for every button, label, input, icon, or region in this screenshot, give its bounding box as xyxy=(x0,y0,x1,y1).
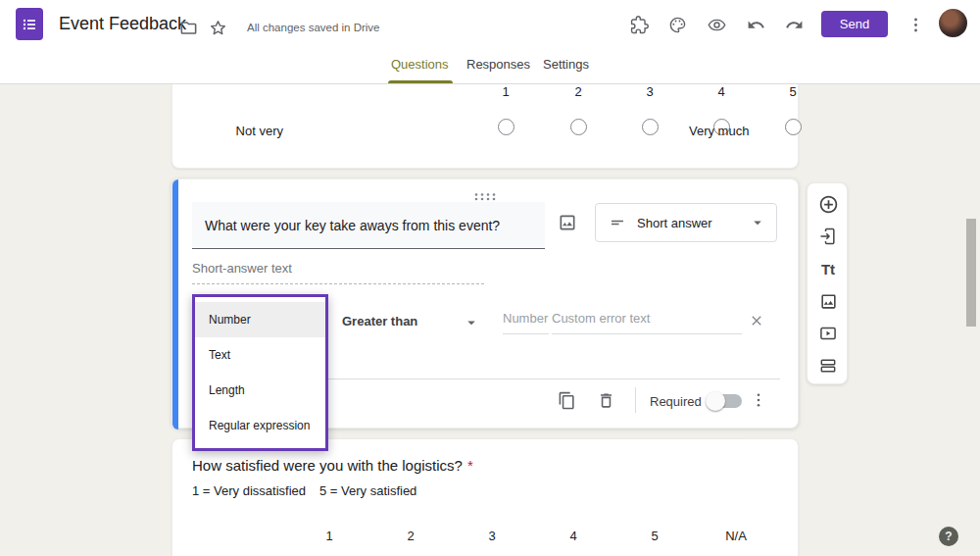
theme-button[interactable] xyxy=(665,13,689,36)
short-answer-icon xyxy=(609,214,626,231)
scale-radio-5[interactable] xyxy=(785,119,802,135)
chevron-down-icon xyxy=(749,214,766,231)
custom-error-input[interactable]: Custom error text xyxy=(552,311,742,334)
google-forms-editor: Event Feedback All changes saved in Driv… xyxy=(0,0,980,556)
image-icon xyxy=(819,292,838,311)
required-asterisk: * xyxy=(467,457,473,474)
grid-column-header: 4 xyxy=(557,529,590,543)
send-button[interactable]: Send xyxy=(821,11,888,37)
footer-divider-vertical xyxy=(635,387,636,413)
question-description: 1 = Very dissatisfied5 = Very satisfied xyxy=(192,483,416,498)
undo-icon xyxy=(747,16,765,34)
toolbar-add-image-button[interactable] xyxy=(816,289,840,313)
active-card-indicator xyxy=(172,179,178,430)
scale-number: 2 xyxy=(566,84,590,99)
scale-radio-2[interactable] xyxy=(570,119,587,135)
addons-button[interactable] xyxy=(627,13,651,36)
close-icon xyxy=(749,313,764,329)
menu-item-number[interactable]: Number xyxy=(195,302,325,337)
add-section-button[interactable] xyxy=(816,354,840,378)
scale-low-label: Not very xyxy=(224,124,283,138)
grid-column-header: 3 xyxy=(475,529,509,543)
scale-number: 5 xyxy=(781,84,805,99)
scale-high-label: Very much xyxy=(689,124,749,138)
copy-icon xyxy=(558,391,576,410)
validation-value-input[interactable]: Number xyxy=(503,311,549,334)
linear-scale-card[interactable]: 1 2 3 4 5 Not very Very much xyxy=(172,84,799,169)
add-video-button[interactable] xyxy=(816,322,840,345)
grid-column-header: 5 xyxy=(638,529,671,543)
required-label: Required xyxy=(650,394,702,409)
star-button[interactable] xyxy=(206,16,229,39)
add-question-button[interactable] xyxy=(816,192,840,216)
help-button[interactable]: ? xyxy=(939,527,958,546)
question-title: How satisfied were you with the logistic… xyxy=(192,457,473,474)
undo-button[interactable] xyxy=(744,13,767,36)
import-icon xyxy=(818,227,838,246)
image-icon xyxy=(558,213,577,232)
eye-icon xyxy=(708,16,726,34)
redo-icon xyxy=(785,16,804,34)
menu-item-text[interactable]: Text xyxy=(195,337,325,373)
move-folder-button[interactable] xyxy=(176,16,200,39)
scrollbar-thumb[interactable] xyxy=(966,219,976,327)
question-title-input[interactable]: What were your key take aways from this … xyxy=(192,202,545,249)
video-icon xyxy=(818,324,838,343)
delete-button[interactable] xyxy=(593,387,618,413)
remove-validation-button[interactable] xyxy=(747,311,766,330)
tab-settings[interactable]: Settings xyxy=(543,57,589,72)
toggle-knob xyxy=(706,391,725,411)
tab-bar: Questions Responses Settings xyxy=(0,47,980,84)
puzzle-icon xyxy=(630,16,649,34)
question-type-label: Short answer xyxy=(637,216,749,230)
tab-responses[interactable]: Responses xyxy=(466,57,530,72)
app-header: Event Feedback All changes saved in Driv… xyxy=(0,0,980,47)
next-question-card[interactable]: How satisfied were you with the logistic… xyxy=(172,438,799,556)
question-options-button[interactable] xyxy=(746,387,771,413)
text-icon: Tt xyxy=(821,261,835,278)
account-avatar[interactable] xyxy=(939,9,967,37)
grid-column-header: 2 xyxy=(394,529,427,543)
question-toolbar: Tt xyxy=(807,182,848,384)
import-questions-button[interactable] xyxy=(816,225,840,248)
kebab-menu-icon xyxy=(906,16,925,34)
validation-condition-select[interactable]: Greater than xyxy=(342,314,417,329)
scale-number: 4 xyxy=(710,84,733,99)
question-type-select[interactable]: Short answer xyxy=(595,203,777,242)
form-title[interactable]: Event Feedback xyxy=(59,14,186,34)
grid-column-header: 1 xyxy=(313,529,346,543)
validation-type-menu: Number Text Length Regular expression xyxy=(192,294,328,451)
add-image-button[interactable] xyxy=(555,210,580,235)
redo-button[interactable] xyxy=(782,13,806,36)
section-icon xyxy=(818,356,838,376)
active-tab-underline xyxy=(388,80,453,83)
duplicate-button[interactable] xyxy=(554,387,579,413)
more-menu-button[interactable] xyxy=(904,13,927,36)
tab-questions[interactable]: Questions xyxy=(391,57,449,72)
folder-icon xyxy=(179,19,198,37)
required-toggle[interactable] xyxy=(709,394,742,408)
grid-column-header: N/A xyxy=(719,529,753,543)
preview-button[interactable] xyxy=(705,13,728,36)
star-icon xyxy=(209,19,227,37)
scale-radio-1[interactable] xyxy=(498,119,514,135)
palette-icon xyxy=(668,16,687,34)
add-title-button[interactable]: Tt xyxy=(816,257,840,280)
scale-number: 1 xyxy=(494,84,517,99)
menu-item-regular-expression[interactable]: Regular expression xyxy=(195,408,325,443)
answer-underline xyxy=(192,283,484,284)
forms-logo-icon[interactable] xyxy=(16,8,43,40)
condition-chevron-down-icon[interactable] xyxy=(463,314,480,335)
menu-item-length[interactable]: Length xyxy=(195,373,325,408)
answer-placeholder: Short-answer text xyxy=(192,261,292,276)
scale-radio-3[interactable] xyxy=(642,119,659,135)
kebab-menu-icon xyxy=(750,391,767,409)
add-circle-icon xyxy=(818,194,839,215)
save-status: All changes saved in Drive xyxy=(247,22,380,33)
trash-icon xyxy=(597,391,615,410)
scale-number: 3 xyxy=(638,84,662,99)
